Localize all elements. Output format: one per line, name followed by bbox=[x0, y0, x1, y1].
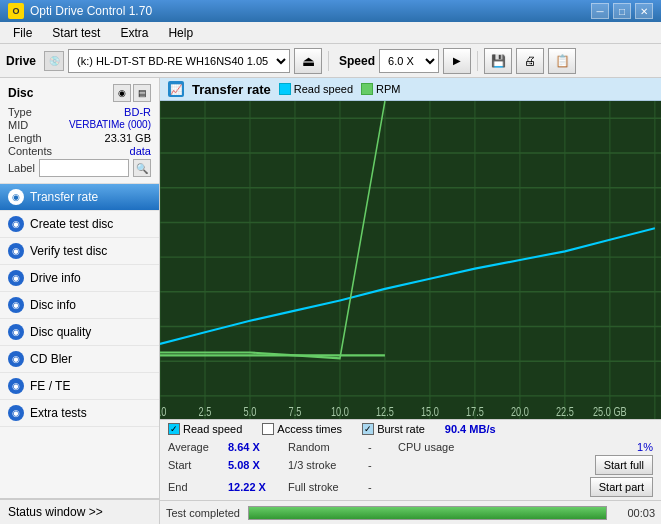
chart-svg: 18X 16X 14X 12X 10X 8X 6X 4X 2X 0.0 2.5 … bbox=[160, 101, 661, 419]
maximize-button[interactable]: □ bbox=[613, 3, 631, 19]
progress-fill bbox=[249, 507, 606, 519]
svg-text:10.0: 10.0 bbox=[331, 405, 349, 419]
average-value: 8.64 X bbox=[228, 441, 288, 453]
nav-create-test-disc[interactable]: ◉ Create test disc bbox=[0, 211, 159, 238]
title-bar: O Opti Drive Control 1.70 ─ □ ✕ bbox=[0, 0, 661, 22]
create-test-disc-icon: ◉ bbox=[8, 216, 24, 232]
menu-extra[interactable]: Extra bbox=[111, 23, 157, 43]
start-full-button[interactable]: Start full bbox=[595, 455, 653, 475]
disc-icon-2[interactable]: ▤ bbox=[133, 84, 151, 102]
access-times-check-box bbox=[262, 423, 274, 435]
chart-area: 18X 16X 14X 12X 10X 8X 6X 4X 2X 0.0 2.5 … bbox=[160, 101, 661, 419]
menu-bar: File Start test Extra Help bbox=[0, 22, 661, 44]
save-button[interactable]: 💾 bbox=[484, 48, 512, 74]
full-stroke-label: Full stroke bbox=[288, 481, 368, 493]
transfer-rate-icon: ◉ bbox=[8, 189, 24, 205]
chart-icon: 📈 bbox=[168, 81, 184, 97]
cd-bler-icon: ◉ bbox=[8, 351, 24, 367]
start-label: Start bbox=[168, 459, 228, 471]
speed-select[interactable]: 6.0 X bbox=[379, 49, 439, 73]
drive-icon: 💿 bbox=[44, 51, 64, 71]
app-title: Opti Drive Control 1.70 bbox=[30, 4, 152, 18]
random-label: Random bbox=[288, 441, 368, 453]
status-window-button[interactable]: Status window >> bbox=[0, 499, 159, 524]
stats-row-1: Average 8.64 X Random - CPU usage 1% bbox=[168, 440, 653, 454]
info-button[interactable]: 📋 bbox=[548, 48, 576, 74]
drive-info-icon: ◉ bbox=[8, 270, 24, 286]
nav-drive-info[interactable]: ◉ Drive info bbox=[0, 265, 159, 292]
nav-fe-te-label: FE / TE bbox=[30, 379, 70, 393]
stats-row-3: End 12.22 X Full stroke - Start part bbox=[168, 476, 653, 498]
svg-text:22.5: 22.5 bbox=[556, 405, 574, 419]
end-label: End bbox=[168, 481, 228, 493]
nav-extra-tests[interactable]: ◉ Extra tests bbox=[0, 400, 159, 427]
nav-create-test-disc-label: Create test disc bbox=[30, 217, 113, 231]
label-input[interactable] bbox=[39, 159, 129, 177]
burst-rate-check-box: ✓ bbox=[362, 423, 374, 435]
disc-icon-1[interactable]: ◉ bbox=[113, 84, 131, 102]
cpu-usage-value: 1% bbox=[637, 441, 653, 453]
average-label: Average bbox=[168, 441, 228, 453]
drive-label: Drive bbox=[6, 54, 36, 68]
close-button[interactable]: ✕ bbox=[635, 3, 653, 19]
contents-value: data bbox=[130, 145, 151, 157]
extra-tests-icon: ◉ bbox=[8, 405, 24, 421]
nav-extra-tests-label: Extra tests bbox=[30, 406, 87, 420]
nav-drive-info-label: Drive info bbox=[30, 271, 81, 285]
drive-select[interactable]: (k:) HL-DT-ST BD-RE WH16NS40 1.05 bbox=[68, 49, 290, 73]
nav-verify-test-disc[interactable]: ◉ Verify test disc bbox=[0, 238, 159, 265]
read-speed-color bbox=[279, 83, 291, 95]
chart-title: Transfer rate bbox=[192, 82, 271, 97]
menu-file[interactable]: File bbox=[4, 23, 41, 43]
disc-info-icon: ◉ bbox=[8, 297, 24, 313]
fe-te-icon: ◉ bbox=[8, 378, 24, 394]
nav-cd-bler[interactable]: ◉ CD Bler bbox=[0, 346, 159, 373]
menu-start-test[interactable]: Start test bbox=[43, 23, 109, 43]
legend-rpm-label: RPM bbox=[376, 83, 400, 95]
stroke-label: 1/3 stroke bbox=[288, 459, 368, 471]
minimize-button[interactable]: ─ bbox=[591, 3, 609, 19]
chart-legend-row: ✓ Read speed Access times ✓ Burst rate 9… bbox=[160, 419, 661, 438]
verify-test-disc-icon: ◉ bbox=[8, 243, 24, 259]
app-icon: O bbox=[8, 3, 24, 19]
burst-rate-check-label: Burst rate bbox=[377, 423, 425, 435]
stats-area: Average 8.64 X Random - CPU usage 1% Sta… bbox=[160, 438, 661, 500]
window-controls: ─ □ ✕ bbox=[591, 3, 653, 19]
speed-label: Speed bbox=[339, 54, 375, 68]
read-speed-check-label: Read speed bbox=[183, 423, 242, 435]
chart-header: 📈 Transfer rate Read speed RPM bbox=[160, 78, 661, 101]
type-label: Type bbox=[8, 106, 32, 118]
nav-disc-info-label: Disc info bbox=[30, 298, 76, 312]
eject-button[interactable]: ⏏ bbox=[294, 48, 322, 74]
label-label: Label bbox=[8, 162, 35, 174]
mid-label: MID bbox=[8, 119, 28, 131]
legend-read-speed: Read speed bbox=[279, 83, 353, 95]
menu-help[interactable]: Help bbox=[159, 23, 202, 43]
burst-rate-value: 90.4 MB/s bbox=[445, 423, 496, 435]
nav-transfer-rate[interactable]: ◉ Transfer rate bbox=[0, 184, 159, 211]
stats-row-2: Start 5.08 X 1/3 stroke - Start full bbox=[168, 454, 653, 476]
svg-text:25.0 GB: 25.0 GB bbox=[593, 405, 627, 419]
access-times-checkbox[interactable]: Access times bbox=[262, 423, 342, 435]
start-part-button[interactable]: Start part bbox=[590, 477, 653, 497]
random-value: - bbox=[368, 441, 398, 453]
nav-disc-quality[interactable]: ◉ Disc quality bbox=[0, 319, 159, 346]
read-speed-checkbox[interactable]: ✓ Read speed bbox=[168, 423, 242, 435]
svg-text:15.0: 15.0 bbox=[421, 405, 439, 419]
nav-disc-info[interactable]: ◉ Disc info bbox=[0, 292, 159, 319]
start-value: 5.08 X bbox=[228, 459, 288, 471]
disc-info-panel: Disc ◉ ▤ Type BD-R MID VERBATIMe (000) L… bbox=[0, 78, 159, 184]
nav-fe-te[interactable]: ◉ FE / TE bbox=[0, 373, 159, 400]
label-button[interactable]: 🔍 bbox=[133, 159, 151, 177]
mid-value: VERBATIMe (000) bbox=[69, 119, 151, 131]
main-layout: Disc ◉ ▤ Type BD-R MID VERBATIMe (000) L… bbox=[0, 78, 661, 524]
burst-rate-checkbox[interactable]: ✓ Burst rate bbox=[362, 423, 425, 435]
nav-transfer-rate-label: Transfer rate bbox=[30, 190, 98, 204]
spin-up-button[interactable]: ▶ bbox=[443, 48, 471, 74]
read-speed-check-box: ✓ bbox=[168, 423, 180, 435]
settings-button[interactable]: 🖨 bbox=[516, 48, 544, 74]
nav-verify-test-disc-label: Verify test disc bbox=[30, 244, 107, 258]
end-value: 12.22 X bbox=[228, 481, 288, 493]
rpm-color bbox=[361, 83, 373, 95]
stroke-value: - bbox=[368, 459, 398, 471]
